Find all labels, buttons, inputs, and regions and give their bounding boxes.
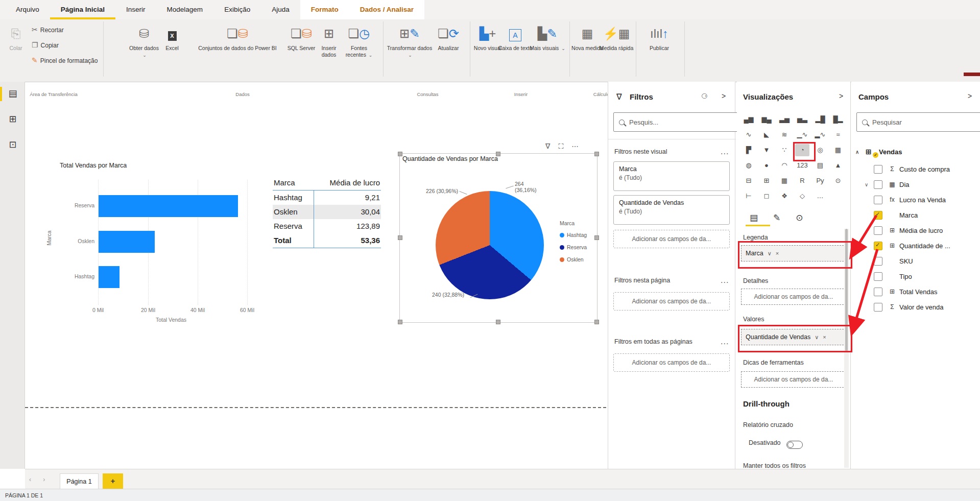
- page-nav-arrows[interactable]: ‹ ›: [29, 476, 50, 483]
- annotation-arrow-quantidade: [852, 249, 877, 332]
- status-text: PÁGINA 1 DE 1: [5, 492, 43, 498]
- powerbi-desktop-window: Arquivo Página Inicial Inserir Modelagem…: [0, 0, 980, 501]
- new-page-tab-button[interactable]: +: [103, 473, 123, 489]
- annotation-arrow-marca: [852, 216, 876, 255]
- status-bar: PÁGINA 1 DE 1: [0, 489, 980, 501]
- annotation-arrows: [0, 0, 980, 501]
- page-tab-bar: ‹ › Página 1 +: [25, 469, 980, 489]
- page-tab[interactable]: Página 1: [60, 473, 99, 490]
